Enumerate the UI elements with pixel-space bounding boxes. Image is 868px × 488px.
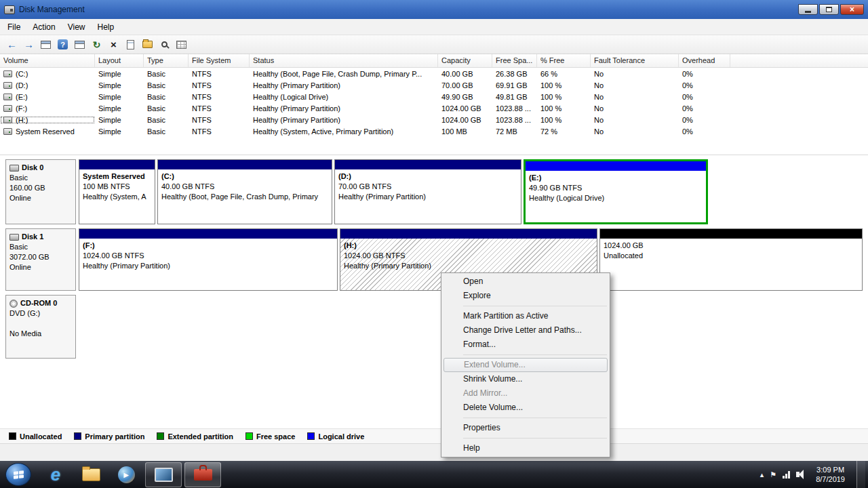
- partition-c[interactable]: (C:) 40.00 GB NTFS Healthy (Boot, Page F…: [157, 159, 332, 224]
- menu-item-open[interactable]: Open: [443, 274, 608, 289]
- taskbar-media-player-button[interactable]: ▶: [108, 462, 144, 487]
- open-button[interactable]: [140, 37, 155, 52]
- forward-icon: →: [24, 39, 34, 50]
- menu-item-delete-volume[interactable]: Delete Volume...: [443, 401, 608, 415]
- disk-view-button[interactable]: [174, 37, 189, 52]
- forward-button[interactable]: →: [21, 37, 37, 52]
- back-button[interactable]: ←: [4, 37, 20, 52]
- table-row-system-reserved[interactable]: System Reserved Simple Basic NTFS Health…: [0, 125, 868, 137]
- delete-icon: ×: [111, 39, 117, 50]
- partition-e[interactable]: (E:) 49.90 GB NTFS Healthy (Logical Driv…: [524, 159, 708, 224]
- partition-d[interactable]: (D:) 70.00 GB NTFS Healthy (Primary Part…: [334, 159, 521, 224]
- volume-icon[interactable]: [796, 472, 800, 477]
- partition-size: 70.00 GB NTFS: [338, 182, 517, 192]
- taskbar-disk-management-button[interactable]: [184, 462, 221, 487]
- cdrom0-info[interactable]: CD-ROM 0 DVD (G:) No Media: [5, 295, 76, 359]
- legend-unallocated: Unallocated: [9, 432, 62, 441]
- menu-item-properties[interactable]: Properties: [443, 421, 608, 435]
- cell-capacity: 1024.00 GB: [438, 116, 492, 124]
- help-button[interactable]: ?: [55, 37, 71, 52]
- menu-file[interactable]: File: [1, 19, 26, 35]
- menu-item-help[interactable]: Help: [443, 441, 608, 455]
- legend-swatch-unallocated: [9, 432, 16, 440]
- minimize-button[interactable]: [798, 4, 818, 15]
- column-header-filesystem[interactable]: File System: [189, 54, 250, 67]
- column-header-overhead[interactable]: Overhead: [679, 54, 730, 67]
- column-header-pctfree[interactable]: % Free: [537, 54, 591, 67]
- legend-label: Free space: [256, 432, 295, 441]
- disk-kind: Basic: [9, 242, 72, 252]
- show-console-tree-button[interactable]: [38, 37, 54, 52]
- system-tray: ▴ ⚑ 3:09 PM 8/7/2019: [760, 461, 868, 488]
- partition-unallocated[interactable]: 1024.00 GB Unallocated: [599, 228, 863, 291]
- menu-item-mark-partition-active[interactable]: Mark Partition as Active: [443, 309, 608, 323]
- menu-action[interactable]: Action: [26, 19, 61, 35]
- tray-expand-icon[interactable]: ▴: [760, 470, 764, 479]
- menu-item-explore[interactable]: Explore: [443, 289, 608, 303]
- column-header-freespace[interactable]: Free Spa...: [492, 54, 537, 67]
- menu-item-format[interactable]: Format...: [443, 338, 608, 352]
- menu-item-shrink-volume[interactable]: Shrink Volume...: [443, 372, 608, 386]
- show-desktop-button[interactable]: [856, 461, 865, 488]
- partition-size: 100 MB NTFS: [83, 182, 151, 192]
- menu-item-add-mirror: Add Mirror...: [443, 386, 608, 401]
- column-header-volume[interactable]: Volume: [0, 54, 95, 67]
- disk-icon: [9, 234, 19, 241]
- start-button[interactable]: [5, 463, 31, 486]
- legend-label: Unallocated: [20, 432, 62, 441]
- network-icon[interactable]: [783, 470, 790, 479]
- volume-icon: [3, 82, 12, 89]
- partition-f[interactable]: (F:) 1024.00 GB NTFS Healthy (Primary Pa…: [79, 228, 338, 291]
- menu-help[interactable]: Help: [92, 19, 121, 35]
- column-header-type[interactable]: Type: [144, 54, 189, 67]
- partition-system-reserved[interactable]: System Reserved 100 MB NTFS Healthy (Sys…: [79, 159, 155, 224]
- table-row-c[interactable]: (C:) Simple Basic NTFS Healthy (Boot, Pa…: [0, 68, 868, 79]
- taskbar-clock[interactable]: 3:09 PM 8/7/2019: [810, 465, 850, 484]
- taskbar-app-window-button[interactable]: [145, 462, 182, 487]
- partition-color-strip: [335, 160, 521, 169]
- cell-filesystem: NTFS: [189, 93, 250, 101]
- column-header-layout[interactable]: Layout: [95, 54, 144, 67]
- taskbar-ie-button[interactable]: e: [38, 462, 73, 487]
- cell-capacity: 49.90 GB: [438, 93, 492, 101]
- menu-item-change-drive-letter[interactable]: Change Drive Letter and Paths...: [443, 323, 608, 338]
- table-row-d[interactable]: (D:) Simple Basic NTFS Healthy (Primary …: [0, 79, 868, 91]
- disk1-info[interactable]: Disk 1 Basic 3072.00 GB Online: [5, 228, 76, 291]
- folder-icon: [82, 468, 100, 481]
- table-row-h[interactable]: (H:) Simple Basic NTFS Healthy (Primary …: [0, 114, 868, 125]
- partition-title: (H:): [344, 241, 593, 251]
- column-header-faulttolerance[interactable]: Fault Tolerance: [591, 54, 679, 67]
- disk-size: [9, 319, 72, 329]
- partition-color-strip: [79, 160, 155, 169]
- maximize-button[interactable]: [819, 4, 839, 15]
- cell-type: Basic: [144, 127, 189, 136]
- delete-button[interactable]: ×: [106, 37, 121, 52]
- disk-state: No Media: [9, 329, 72, 339]
- menu-view[interactable]: View: [62, 19, 92, 35]
- cd-icon: [9, 300, 18, 308]
- table-row-f[interactable]: (F:) Simple Basic NTFS Healthy (Primary …: [0, 102, 868, 114]
- table-row-e[interactable]: (E:) Simple Basic NTFS Healthy (Logical …: [0, 91, 868, 102]
- console-window-button[interactable]: [72, 37, 87, 52]
- cell-freespace: 69.91 GB: [492, 81, 537, 89]
- partition-color-strip: [600, 229, 862, 239]
- action-center-icon[interactable]: ⚑: [770, 470, 776, 479]
- taskbar-explorer-button[interactable]: [73, 462, 108, 487]
- properties-button[interactable]: [123, 37, 138, 52]
- column-header-status[interactable]: Status: [250, 54, 438, 67]
- partition-status: Healthy (Primary Partition): [83, 261, 334, 271]
- close-button[interactable]: ×: [840, 4, 864, 15]
- find-button[interactable]: [157, 37, 172, 52]
- cell-type: Basic: [144, 70, 189, 78]
- titlebar[interactable]: Disk Management ×: [0, 0, 868, 19]
- refresh-button[interactable]: ↻: [89, 37, 104, 52]
- legend-label: Extended partition: [167, 432, 233, 441]
- menu-separator: [463, 438, 607, 439]
- window-title: Disk Management: [19, 5, 85, 14]
- disk0-info[interactable]: Disk 0 Basic 160.00 GB Online: [5, 159, 76, 224]
- disk-kind: Basic: [9, 173, 72, 183]
- cell-status: Healthy (System, Active, Primary Partiti…: [250, 127, 438, 136]
- console-tree-icon: [41, 41, 51, 49]
- column-header-capacity[interactable]: Capacity: [438, 54, 492, 67]
- partition-size: 1024.00 GB: [604, 241, 859, 251]
